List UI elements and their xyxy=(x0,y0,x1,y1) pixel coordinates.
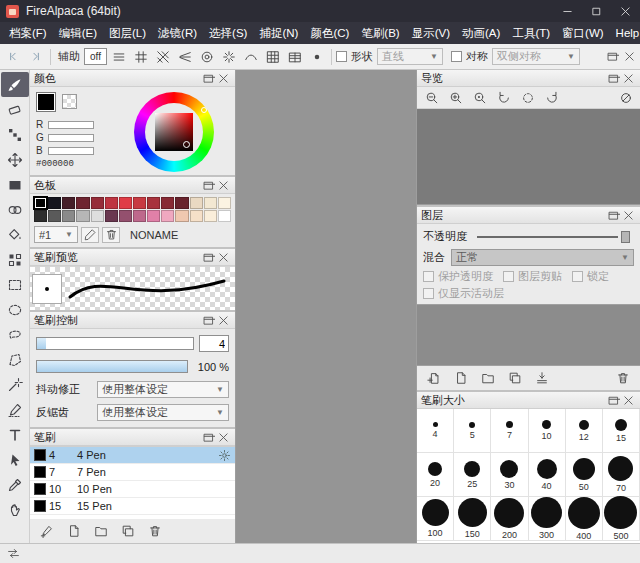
snap-concentric-button[interactable] xyxy=(196,46,217,67)
brush-size-30[interactable]: 30 xyxy=(491,453,528,497)
tool-dot[interactable] xyxy=(1,122,29,147)
menu-item-edit[interactable]: 编辑(E) xyxy=(53,22,103,44)
palette-swatch[interactable] xyxy=(204,197,217,209)
add-brush-button[interactable] xyxy=(38,522,56,540)
palette-swatch[interactable] xyxy=(147,210,160,222)
delete-layer-button[interactable] xyxy=(614,369,632,387)
add-layer-button[interactable] xyxy=(425,369,443,387)
blue-slider[interactable] xyxy=(48,147,94,155)
add-layer-folder-button[interactable] xyxy=(479,369,497,387)
protect-alpha-checkbox[interactable] xyxy=(423,271,434,282)
brush-size-input[interactable] xyxy=(199,335,229,352)
brush-size-70[interactable]: 70 xyxy=(603,453,640,497)
brush-item-4[interactable]: 44 Pen xyxy=(30,447,235,464)
tool-bucket[interactable] xyxy=(1,222,29,247)
palette-swatch[interactable] xyxy=(76,210,89,222)
tool-brush[interactable] xyxy=(1,72,29,97)
close-panel-button[interactable] xyxy=(621,71,636,86)
menu-item-layer[interactable]: 图层(L) xyxy=(103,22,152,44)
layer-panel-header[interactable]: 图层 xyxy=(417,207,640,224)
palette-swatch[interactable] xyxy=(91,210,104,222)
snap-point-button[interactable] xyxy=(306,46,327,67)
snap-curve-button[interactable] xyxy=(240,46,261,67)
minimize-button[interactable] xyxy=(553,0,582,22)
palette-swatch[interactable] xyxy=(91,197,104,209)
palette-slot-select[interactable]: #1▼ xyxy=(34,226,78,243)
close-panel-button[interactable] xyxy=(621,208,636,223)
close-panel-button[interactable] xyxy=(216,430,231,445)
titlebar[interactable]: FireAlpaca (64bit) xyxy=(0,0,640,22)
symmetry-checkbox[interactable] xyxy=(451,51,462,62)
float-panel-button[interactable] xyxy=(606,208,621,223)
tool-fill[interactable] xyxy=(1,172,29,197)
float-panel-button[interactable] xyxy=(201,71,216,86)
merge-down-button[interactable] xyxy=(533,369,551,387)
brush-size-25[interactable]: 25 xyxy=(454,453,491,497)
brush-size-150[interactable]: 150 xyxy=(454,497,491,541)
green-slider[interactable] xyxy=(48,134,94,142)
brush-size-400[interactable]: 400 xyxy=(566,497,603,541)
brush-size-4[interactable]: 4 xyxy=(417,409,454,453)
tool-select-pen[interactable] xyxy=(1,397,29,422)
close-panel-button[interactable] xyxy=(216,250,231,265)
tool-move[interactable] xyxy=(1,147,29,172)
palette-panel-header[interactable]: 色板 xyxy=(30,177,235,194)
close-toolbar-button[interactable] xyxy=(622,49,637,64)
prev-button[interactable] xyxy=(3,46,24,67)
snap-grid-button[interactable] xyxy=(262,46,283,67)
palette-swatch[interactable] xyxy=(133,197,146,209)
zoom-reset-button[interactable] xyxy=(469,87,490,108)
brush-opacity-slider[interactable] xyxy=(36,360,188,373)
close-button[interactable] xyxy=(611,0,640,22)
close-panel-button[interactable] xyxy=(621,393,636,408)
blend-mode-select[interactable]: 正常▼ xyxy=(451,249,634,266)
delete-brush-button[interactable] xyxy=(146,522,164,540)
snap-table-button[interactable] xyxy=(284,46,305,67)
brush-size-12[interactable]: 12 xyxy=(566,409,603,453)
palette-swatch[interactable] xyxy=(62,197,75,209)
palette-swatch[interactable] xyxy=(161,197,174,209)
palette-swatch[interactable] xyxy=(105,210,118,222)
menu-item-snap[interactable]: 捕捉(N) xyxy=(253,22,304,44)
menu-item-tools[interactable]: 工具(T) xyxy=(506,22,556,44)
shape-checkbox[interactable] xyxy=(336,51,347,62)
brush-preview-panel-header[interactable]: 笔刷预览 xyxy=(30,249,235,266)
symmetry-select[interactable]: 双侧对称▼ xyxy=(492,48,580,65)
primary-color-swatch[interactable] xyxy=(36,92,56,112)
palette-swatch[interactable] xyxy=(34,210,47,222)
brush-size-300[interactable]: 300 xyxy=(529,497,566,541)
brush-size-50[interactable]: 50 xyxy=(566,453,603,497)
float-panel-button[interactable] xyxy=(201,250,216,265)
palette-swatch[interactable] xyxy=(76,197,89,209)
color-wheel[interactable] xyxy=(134,92,214,172)
brush-size-10[interactable]: 10 xyxy=(529,409,566,453)
zoom-in-button[interactable] xyxy=(445,87,466,108)
brush-item-15[interactable]: 1515 Pen xyxy=(30,498,235,515)
navigator-view[interactable] xyxy=(417,109,640,205)
lock-checkbox[interactable] xyxy=(572,271,583,282)
snap-vanishing-point-button[interactable] xyxy=(174,46,195,67)
gear-icon[interactable] xyxy=(218,449,231,462)
palette-swatch[interactable] xyxy=(161,210,174,222)
palette-swatch[interactable] xyxy=(218,197,231,209)
canvas[interactable] xyxy=(236,70,416,543)
red-slider[interactable] xyxy=(48,121,94,129)
brush-size-100[interactable]: 100 xyxy=(417,497,454,541)
add-brush-folder-button[interactable] xyxy=(92,522,110,540)
palette-swatch[interactable] xyxy=(190,197,203,209)
brush-item-10[interactable]: 1010 Pen xyxy=(30,481,235,498)
tool-select-ellipse[interactable] xyxy=(1,297,29,322)
brush-item-7[interactable]: 77 Pen xyxy=(30,464,235,481)
tool-eyedropper[interactable] xyxy=(1,472,29,497)
brush-size-40[interactable]: 40 xyxy=(529,453,566,497)
menu-item-file[interactable]: 档案(F) xyxy=(3,22,53,44)
snap-diagonal-button[interactable] xyxy=(152,46,173,67)
palette-swatch[interactable] xyxy=(62,210,75,222)
maximize-button[interactable] xyxy=(582,0,611,22)
swap-arrows-icon[interactable] xyxy=(6,546,21,561)
palette-swatch[interactable] xyxy=(204,210,217,222)
float-panel-button[interactable] xyxy=(201,313,216,328)
menu-item-select[interactable]: 选择(S) xyxy=(203,22,253,44)
palette-swatch[interactable] xyxy=(119,210,132,222)
next-button[interactable] xyxy=(25,46,46,67)
